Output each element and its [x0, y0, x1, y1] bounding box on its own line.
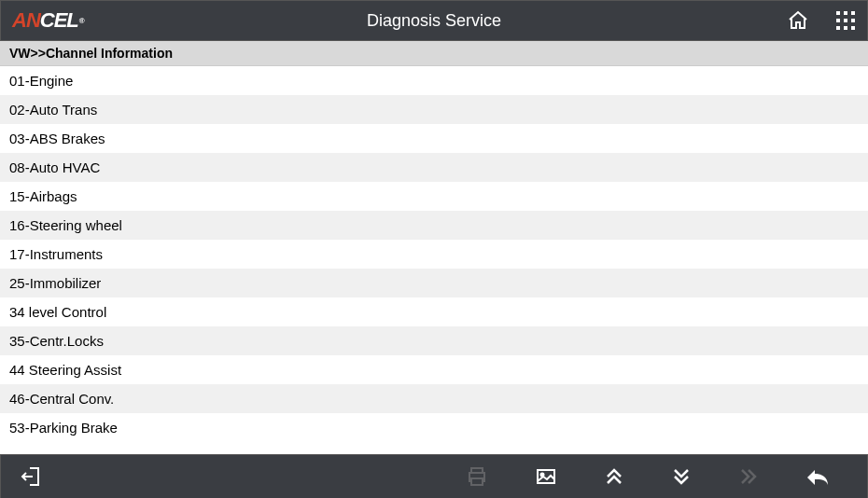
list-item[interactable]: 16-Steering wheel [0, 211, 868, 240]
list-item[interactable]: 01-Engine [0, 66, 868, 95]
svg-rect-7 [844, 26, 847, 30]
brand-logo: ANCEL® [12, 8, 84, 33]
footer-actions [466, 465, 830, 488]
list-item[interactable]: 53-Parking Brake [0, 413, 868, 442]
svg-rect-10 [471, 478, 483, 485]
print-icon[interactable] [466, 465, 488, 488]
logo-trademark: ® [79, 17, 84, 25]
svg-rect-2 [851, 11, 855, 15]
svg-rect-6 [836, 26, 840, 30]
list-item[interactable]: 34 level Control [0, 297, 868, 326]
svg-rect-0 [836, 11, 840, 15]
list-item[interactable]: 46-Central Conv. [0, 384, 868, 413]
list-item[interactable]: 08-Auto HVAC [0, 153, 868, 182]
list-item[interactable]: 44 Steering Assist [0, 355, 868, 384]
list-item[interactable]: 25-Immobilizer [0, 269, 868, 297]
forward-icon[interactable] [738, 466, 759, 487]
list-item[interactable]: 35-Centr.Locks [0, 326, 868, 355]
svg-rect-8 [851, 26, 855, 30]
page-title: Diagnosis Service [367, 11, 501, 31]
svg-rect-5 [851, 19, 855, 22]
footer-left [20, 464, 44, 489]
apps-grid-icon[interactable] [835, 10, 856, 31]
list-item[interactable]: 02-Auto Trans [0, 95, 868, 124]
image-icon[interactable] [535, 465, 557, 488]
home-icon[interactable] [787, 9, 809, 32]
list-item[interactable]: 03-ABS Brakes [0, 124, 868, 153]
list-item[interactable]: 15-Airbags [0, 182, 868, 211]
back-icon[interactable] [805, 466, 830, 487]
footer-bar [0, 454, 868, 498]
svg-rect-4 [844, 19, 847, 22]
breadcrumb: VW>>Channel Information [0, 41, 868, 66]
svg-rect-9 [471, 468, 483, 473]
scroll-down-icon[interactable] [671, 466, 692, 487]
channel-list: 01-Engine02-Auto Trans03-ABS Brakes08-Au… [0, 66, 868, 454]
list-item[interactable]: 17-Instruments [0, 240, 868, 269]
scroll-up-icon[interactable] [604, 466, 624, 487]
header-actions [787, 9, 856, 32]
header-bar: ANCEL® Diagnosis Service [0, 0, 868, 41]
svg-rect-3 [836, 19, 840, 22]
svg-rect-1 [844, 11, 847, 15]
exit-icon[interactable] [20, 464, 44, 489]
logo-white-part: CEL [40, 8, 78, 33]
logo-red-part: AN [12, 8, 40, 33]
